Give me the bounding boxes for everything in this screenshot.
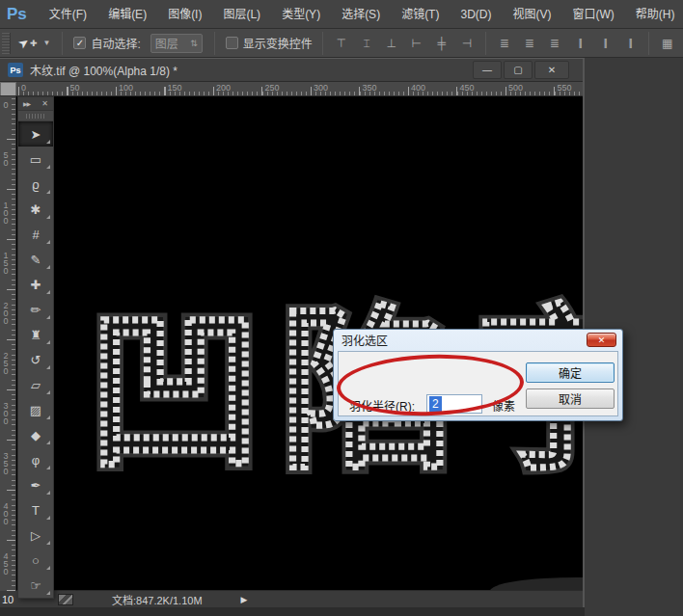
distribute-left-edges-button[interactable]: ||| [568, 34, 591, 53]
auto-select-checkbox[interactable]: ✓ [73, 37, 86, 49]
clone-stamp-tool[interactable]: ♜ [18, 322, 53, 347]
tools-panel-grip[interactable] [18, 111, 53, 121]
separator [62, 32, 63, 55]
options-bar-grip[interactable] [2, 33, 11, 54]
menu-help[interactable]: 帮助(H) [625, 0, 683, 29]
dodge-tool[interactable]: φ [18, 447, 53, 472]
show-transform-checkbox[interactable] [226, 37, 238, 49]
tool-icon: ▱ [31, 379, 41, 391]
align-left-edges-button[interactable]: ⊢ [405, 34, 428, 53]
hand-tool[interactable]: ☞ [18, 573, 53, 598]
dialog-title-bar[interactable]: 羽化选区 ✕ [334, 330, 622, 350]
distribute-right-edges-button[interactable]: ||| [618, 34, 642, 53]
eraser-tool[interactable]: ▱ [18, 372, 53, 397]
tool-icon: ☞ [30, 579, 41, 592]
gradient-tool[interactable]: ▨ [18, 397, 53, 422]
tool-icon: ▭ [30, 153, 41, 166]
tool-icon: ✎ [31, 254, 41, 266]
horizontal-ruler[interactable]: 050100150200250300350400450500550 [0, 82, 583, 96]
type-tool[interactable]: T [18, 497, 53, 522]
separator [648, 32, 649, 55]
close-panel-icon[interactable]: ✕ [41, 99, 48, 108]
tool-icon: φ [32, 454, 40, 467]
spot-healing-brush-tool[interactable]: ✚ [18, 272, 53, 297]
document-ps-icon: Ps [8, 63, 23, 77]
window-controls: — ▢ ✕ [473, 61, 569, 79]
maximize-button[interactable]: ▢ [504, 61, 533, 79]
path-selection-tool[interactable]: ▷ [18, 522, 53, 548]
menu-3d[interactable]: 3D(D) [450, 0, 502, 29]
tool-icon: ϱ [32, 178, 39, 191]
menu-select[interactable]: 选择(S) [331, 0, 391, 29]
separator [485, 32, 486, 55]
ruler-origin-box[interactable] [0, 82, 16, 96]
crop-tool[interactable]: # [18, 222, 53, 247]
vertical-ruler[interactable]: 050100150200250300350400450500 [0, 96, 16, 591]
close-button[interactable]: ✕ [534, 61, 569, 79]
ellipse-tool[interactable]: ○ [18, 548, 53, 573]
status-options-arrow-icon[interactable]: ▶ [241, 595, 248, 604]
tool-icon: ♜ [30, 329, 41, 341]
dialog-title: 羽化选区 [342, 332, 388, 348]
align-vertical-centers-button[interactable]: ⌶ [355, 34, 378, 53]
menu-edit[interactable]: 编辑(E) [97, 0, 157, 29]
tool-icon: ○ [32, 554, 40, 567]
tool-icon: T [32, 504, 40, 517]
menu-image[interactable]: 图像(I) [157, 0, 212, 29]
quick-selection-tool[interactable]: ✱ [18, 197, 53, 222]
tools-panel: ▶▶ ✕ ➤ ▭ ϱ ✱ # ✎ ✚ ✏ ♜ ↺ [17, 96, 54, 599]
dialog-close-button[interactable]: ✕ [587, 333, 616, 347]
photoshop-logo: Ps [7, 5, 27, 24]
eyedropper-tool[interactable]: ✎ [18, 247, 53, 272]
brush-tool[interactable]: ✏ [18, 297, 53, 322]
move-tool[interactable]: ➤ [18, 121, 53, 147]
menu-view[interactable]: 视图(V) [502, 0, 561, 29]
auto-select-label: 自动选择: [91, 35, 140, 51]
lasso-tool[interactable]: ϱ [18, 172, 53, 197]
distribute-buttons: ≣≣≣||||||||| [492, 34, 642, 53]
auto-align-layers-button[interactable]: ▦ [656, 34, 679, 53]
minimize-button[interactable]: — [473, 61, 502, 79]
menu-layer[interactable]: 图层(L) [212, 0, 271, 29]
collapse-panel-icon[interactable]: ▶▶ [23, 100, 30, 107]
history-brush-tool[interactable]: ↺ [18, 347, 53, 372]
distribute-top-edges-button[interactable]: ≣ [493, 34, 516, 53]
tool-icon: ✚ [31, 279, 41, 291]
pen-tool[interactable]: ✒ [18, 472, 53, 497]
align-horizontal-centers-button[interactable]: ╪ [430, 34, 453, 53]
preview-thumbnail-icon [58, 594, 73, 605]
ruler-major-ticks [18, 87, 583, 95]
menu-type[interactable]: 类型(Y) [271, 0, 331, 29]
align-right-edges-button[interactable]: ⊣ [455, 34, 478, 53]
menu-items: 文件(F)编辑(E)图像(I)图层(L)类型(Y)选择(S)滤镜(T)3D(D)… [39, 0, 683, 28]
distribute-horizontal-centers-button[interactable]: ||| [593, 34, 616, 53]
distribute-vertical-centers-button[interactable]: ≣ [518, 34, 541, 53]
align-top-edges-button[interactable]: ⊤ [330, 34, 353, 53]
tool-icon: ▨ [30, 404, 41, 416]
tool-icon: # [32, 228, 39, 241]
menu-window[interactable]: 窗口(W) [561, 0, 624, 29]
menu-filter[interactable]: 滤镜(T) [391, 0, 450, 29]
document-title: 木纹.tif @ 100%(Alpha 1/8) * [30, 62, 473, 78]
menu-file[interactable]: 文件(F) [39, 0, 97, 29]
tools-panel-header: ▶▶ ✕ [18, 97, 53, 111]
tool-icon: ▷ [31, 529, 41, 542]
distribute-bottom-edges-button[interactable]: ≣ [543, 34, 566, 53]
tool-icon: ➤ [31, 128, 41, 141]
auto-select-target-dropdown[interactable]: 图层 ⇅ [150, 34, 203, 53]
blur-tool[interactable]: ◆ [18, 422, 53, 447]
tools-list: ➤ ▭ ϱ ✱ # ✎ ✚ ✏ ♜ ↺ ▱ ▨ [18, 121, 53, 598]
menu-bar: Ps 文件(F)编辑(E)图像(I)图层(L)类型(Y)选择(S)滤镜(T)3D… [0, 0, 683, 29]
window-bottom-edge [0, 607, 585, 616]
align-bottom-edges-button[interactable]: ⊥ [380, 34, 403, 53]
cancel-button[interactable]: 取消 [526, 388, 615, 409]
tool-preset-caret-icon[interactable]: ▼ [42, 39, 50, 47]
document-title-bar[interactable]: Ps 木纹.tif @ 100%(Alpha 1/8) * — ▢ ✕ [0, 59, 583, 82]
tool-icon: ✒ [31, 479, 41, 492]
dropdown-value: 图层 [155, 35, 178, 51]
ok-button[interactable]: 确定 [526, 362, 615, 383]
tool-icon: ◆ [31, 429, 41, 442]
rectangular-marquee-tool[interactable]: ▭ [18, 147, 53, 172]
show-transform-label: 显示变换控件 [243, 35, 313, 51]
move-cursor-icon: ➤ [15, 34, 33, 52]
